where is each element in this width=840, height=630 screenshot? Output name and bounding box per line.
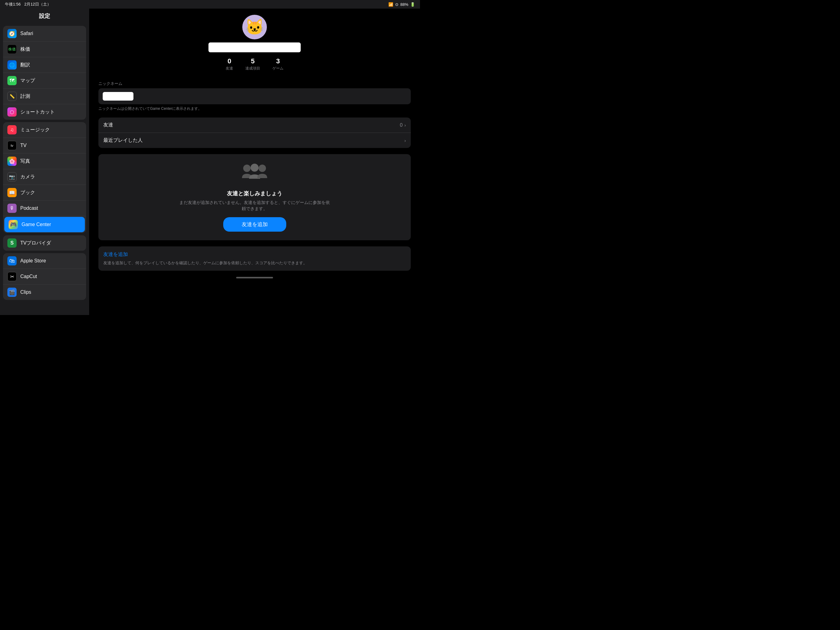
nickname-section: ニックネーム ニックネームは公開されていてGame Centerに表示されます。 bbox=[98, 81, 411, 111]
recent-players-item[interactable]: 最近プレイした人 › bbox=[98, 133, 411, 148]
nickname-field-container[interactable] bbox=[98, 88, 411, 104]
safari-label: Safari bbox=[20, 31, 33, 36]
tvprovider-icon: S bbox=[7, 238, 17, 248]
photos-icon: 🌸 bbox=[7, 157, 17, 166]
recent-players-right: › bbox=[404, 138, 406, 143]
add-friend-card-title: 友達と楽しみましょう bbox=[227, 190, 282, 197]
gamecenter-label: Game Center bbox=[22, 222, 51, 227]
friends-item-right: 0 › bbox=[400, 122, 406, 128]
sidebar-item-safari[interactable]: 🧭 Safari bbox=[3, 26, 86, 41]
stats-row: 0 友達 5 達成項目 3 ゲーム bbox=[226, 57, 284, 71]
sidebar-section-3: S TVプロバイダ bbox=[3, 235, 86, 251]
avatar: 🐱 bbox=[242, 15, 267, 40]
add-friend-card-desc: まだ友達が追加されていません。友達を追加すると、すぐにゲームに参加を依頼できます… bbox=[178, 199, 332, 212]
clips-icon: 🎬 bbox=[7, 288, 17, 297]
sidebar-item-music[interactable]: ♫ ミュージック bbox=[3, 122, 86, 138]
friends-list-section: 友達 0 › 最近プレイした人 › bbox=[98, 117, 411, 148]
friends-item-label: 友達 bbox=[103, 122, 113, 128]
stat-games: 3 ゲーム bbox=[272, 57, 284, 71]
maps-icon: 🗺 bbox=[7, 76, 17, 85]
maps-label: マップ bbox=[20, 78, 35, 84]
sidebar-item-clips[interactable]: 🎬 Clips bbox=[3, 285, 86, 300]
friends-illustration-icon bbox=[241, 163, 268, 185]
capcut-icon: ✂ bbox=[7, 272, 17, 281]
books-icon: 📖 bbox=[7, 188, 17, 197]
stocks-label: 株価 bbox=[20, 46, 30, 52]
main-layout: 設定 🧭 Safari 株価 株価 🌐 翻訳 🗺 マップ 📏 計測 bbox=[0, 9, 420, 315]
status-bar: 午後1:56 2月12日（土） 📶 ⊙ 88% 🔋 bbox=[0, 0, 420, 9]
sidebar-item-gamecenter[interactable]: 🎮 Game Center bbox=[4, 217, 85, 232]
sidebar-item-camera[interactable]: 📷 カメラ bbox=[3, 169, 86, 185]
camera-icon: 📷 bbox=[7, 172, 17, 182]
music-icon: ♫ bbox=[7, 125, 17, 135]
stat-achievements: 5 達成項目 bbox=[245, 57, 260, 71]
stat-friends: 0 友達 bbox=[226, 57, 233, 71]
photos-label: 写真 bbox=[20, 158, 30, 165]
recent-players-chevron-icon: › bbox=[404, 138, 406, 143]
appstore-icon: 🛍 bbox=[7, 256, 17, 266]
sidebar-section-4: 🛍 Apple Store ✂ CapCut 🎬 Clips bbox=[3, 253, 86, 300]
friends-count: 0 bbox=[227, 57, 231, 65]
gamecenter-panel: 🐱 0 友達 5 達成項目 3 ゲーム ニ bbox=[89, 9, 420, 315]
sidebar-title: 設定 bbox=[0, 9, 89, 24]
sidebar-item-stocks[interactable]: 株価 株価 bbox=[3, 41, 86, 57]
music-label: ミュージック bbox=[20, 127, 50, 133]
profile-name-blurred bbox=[208, 43, 301, 52]
podcast-icon: 🎙 bbox=[7, 204, 17, 213]
sidebar-item-tv[interactable]: tv TV bbox=[3, 138, 86, 154]
sidebar-item-photos[interactable]: 🌸 写真 bbox=[3, 154, 86, 169]
svg-point-2 bbox=[259, 165, 266, 172]
achievements-label-stat: 達成項目 bbox=[245, 66, 260, 71]
svg-point-1 bbox=[251, 164, 259, 172]
gamecenter-icon: 🎮 bbox=[9, 220, 18, 229]
wifi-icon: 📶 bbox=[388, 2, 393, 7]
sidebar-item-translate[interactable]: 🌐 翻訳 bbox=[3, 57, 86, 73]
shortcuts-label: ショートカット bbox=[20, 109, 55, 116]
books-label: ブック bbox=[20, 190, 35, 196]
podcast-label: Podcast bbox=[20, 206, 38, 211]
tvprovider-label: TVプロバイダ bbox=[20, 240, 51, 246]
tv-icon: tv bbox=[7, 141, 17, 150]
add-friend-info-section: 友達を追加 友達を追加して、何をプレイしているかを確認したり、ゲームに参加を依頼… bbox=[98, 246, 411, 271]
translate-icon: 🌐 bbox=[7, 60, 17, 70]
sidebar-item-measure[interactable]: 📏 計測 bbox=[3, 89, 86, 104]
sidebar-item-maps[interactable]: 🗺 マップ bbox=[3, 73, 86, 89]
scroll-indicator bbox=[98, 277, 411, 282]
status-indicators: 📶 ⊙ 88% 🔋 bbox=[388, 2, 415, 7]
safari-icon: 🧭 bbox=[7, 29, 17, 38]
recent-players-label: 最近プレイした人 bbox=[103, 137, 143, 144]
sidebar-item-books[interactable]: 📖 ブック bbox=[3, 185, 86, 201]
nickname-label: ニックネーム bbox=[98, 81, 411, 86]
add-friend-card: 友達と楽しみましょう まだ友達が追加されていません。友達を追加すると、すぐにゲー… bbox=[98, 154, 411, 240]
nickname-value-blurred bbox=[103, 92, 133, 101]
measure-label: 計測 bbox=[20, 93, 30, 100]
appstore-label: Apple Store bbox=[20, 258, 46, 264]
camera-label: カメラ bbox=[20, 174, 35, 180]
friends-list-item[interactable]: 友達 0 › bbox=[98, 117, 411, 133]
battery-percent: 88% bbox=[400, 2, 408, 7]
games-label-stat: ゲーム bbox=[272, 66, 284, 71]
capcut-label: CapCut bbox=[20, 274, 37, 279]
sidebar-item-capcut[interactable]: ✂ CapCut bbox=[3, 269, 86, 285]
nickname-hint: ニックネームは公開されていてGame Centerに表示されます。 bbox=[98, 106, 411, 111]
shortcuts-icon: ⬡ bbox=[7, 108, 17, 117]
stocks-icon: 株価 bbox=[7, 44, 17, 54]
friends-chevron-icon: › bbox=[404, 123, 406, 128]
svg-point-0 bbox=[243, 165, 251, 172]
profile-section: 🐱 0 友達 5 達成項目 3 ゲーム bbox=[98, 15, 411, 73]
signal-icon: ⊙ bbox=[395, 2, 398, 7]
add-friend-section-title[interactable]: 友達を追加 bbox=[103, 251, 406, 258]
clips-label: Clips bbox=[20, 290, 32, 295]
achievements-count: 5 bbox=[251, 57, 254, 65]
sidebar-item-shortcuts[interactable]: ⬡ ショートカット bbox=[3, 104, 86, 120]
sidebar-item-podcast[interactable]: 🎙 Podcast bbox=[3, 201, 86, 216]
sidebar-item-appstore[interactable]: 🛍 Apple Store bbox=[3, 253, 86, 269]
status-time: 午後1:56 2月12日（土） bbox=[5, 2, 51, 7]
add-friend-section-desc: 友達を追加して、何をプレイしているかを確認したり、ゲームに参加を依頼したり、スコ… bbox=[103, 260, 406, 266]
add-friend-button[interactable]: 友達を追加 bbox=[223, 217, 286, 232]
friends-label-stat: 友達 bbox=[226, 66, 233, 71]
sidebar-item-tvprovider[interactable]: S TVプロバイダ bbox=[3, 235, 86, 251]
sidebar: 設定 🧭 Safari 株価 株価 🌐 翻訳 🗺 マップ 📏 計測 bbox=[0, 9, 89, 315]
sidebar-section-2: ♫ ミュージック tv TV 🌸 写真 📷 カメラ 📖 ブック 🎙 Podc bbox=[3, 122, 86, 233]
games-count: 3 bbox=[276, 57, 280, 65]
